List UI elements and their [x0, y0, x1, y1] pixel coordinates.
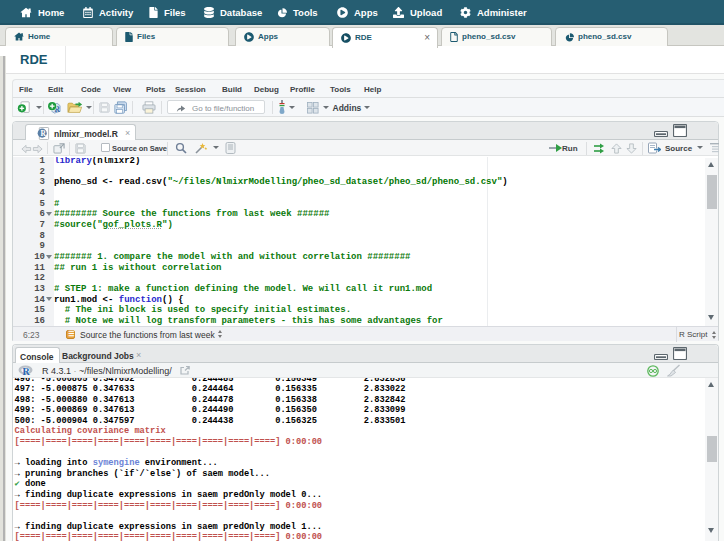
svg-text:R: R — [23, 366, 31, 376]
svg-text:R: R — [40, 129, 46, 138]
